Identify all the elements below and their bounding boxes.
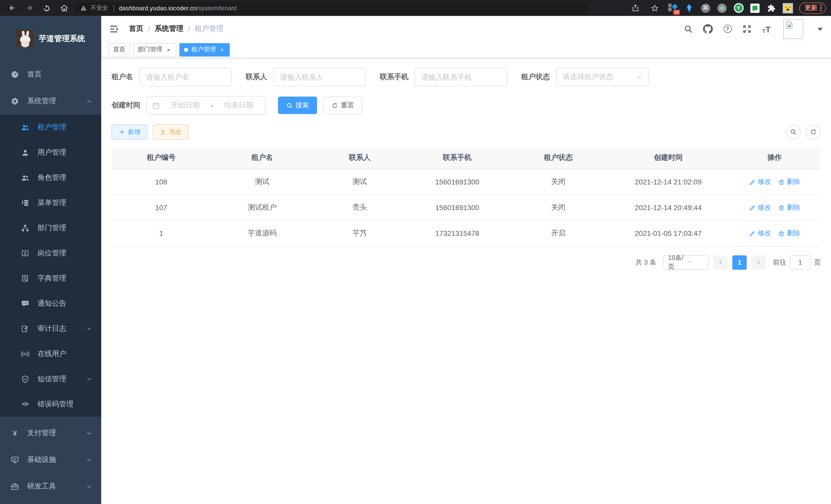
extension-command-icon[interactable]: ⌘ [700, 3, 711, 13]
top-navbar: 首页 / 系统管理 / 租户管理 ? [101, 16, 831, 41]
cell-created: 2021-12-14 21:02:09 [608, 169, 728, 195]
address-bar[interactable]: 不安全 dashboard.yudao.iocoder.cn/system/te… [74, 2, 589, 14]
profile-avatar-icon[interactable] [783, 3, 793, 13]
sidebar-item-支付管理[interactable]: ¥ 支付管理 [0, 420, 101, 446]
col-contact: 联系人 [314, 147, 406, 169]
chevron-up-icon [86, 98, 92, 105]
next-page-button[interactable] [751, 255, 766, 269]
table-row: 108 测试 测试 15601691300 关闭 2021-12-14 21:0… [112, 169, 821, 195]
tenant-table: 租户编号 租户名 联系人 联系手机 租户状态 创建时间 操作 108 测试 测试… [112, 147, 821, 246]
tag-首页[interactable]: 首页 [109, 43, 130, 56]
tenant-name-input[interactable] [139, 68, 232, 86]
tag-租户管理[interactable]: 租户管理 × [179, 43, 230, 56]
edit-link[interactable]: 修改 [749, 229, 771, 238]
breadcrumb-home[interactable]: 首页 [129, 24, 143, 33]
browser-update-button[interactable]: 更新 [799, 2, 826, 13]
goto-page-input[interactable] [790, 255, 810, 269]
delete-link[interactable]: 删除 [778, 177, 800, 186]
extension-record-icon[interactable] [717, 3, 727, 13]
help-icon[interactable]: ? [722, 24, 732, 34]
pagination: 共 3 条 10条/页 1 前往 [112, 255, 821, 269]
tenant-name-label: 租户名 [112, 72, 133, 82]
fullscreen-icon[interactable] [742, 24, 752, 34]
font-size-icon[interactable]: TT [762, 24, 771, 34]
hamburger-icon[interactable] [110, 23, 120, 34]
cell-status: 开启 [509, 220, 608, 246]
app-logo-row[interactable]: 芋道管理系统 [0, 16, 101, 61]
avatar-dropdown-caret-icon[interactable] [818, 28, 823, 33]
page-size-select[interactable]: 10条/页 [663, 255, 709, 269]
tag-部门管理[interactable]: 部门管理 × [133, 43, 176, 56]
add-button[interactable]: 新增 [112, 124, 147, 140]
chevron-down-icon [86, 325, 92, 332]
prev-page-button[interactable] [713, 255, 728, 269]
browser-forward-icon[interactable] [23, 1, 36, 14]
date-end-placeholder[interactable]: 结束日期 [218, 101, 260, 110]
sidebar-item-角色管理[interactable]: 角色管理 [0, 165, 101, 190]
cell-tenant-name: 芋道源码 [211, 220, 314, 246]
sidebar-item-岗位管理[interactable]: 岗位管理 [0, 240, 101, 266]
refresh-table-button[interactable] [806, 125, 821, 140]
sidebar-item-系统管理[interactable]: 系统管理 [0, 88, 101, 115]
sidebar-item-基础设施[interactable]: 基础设施 [0, 446, 101, 473]
extension-y-icon[interactable]: Y [733, 3, 744, 13]
sidebar-item-用户管理[interactable]: 用户管理 [0, 140, 101, 165]
github-icon[interactable] [703, 24, 713, 34]
chevron-down-icon [86, 430, 92, 437]
sidebar-item-研发工具[interactable]: 研发工具 [0, 473, 101, 500]
bookmark-star-icon[interactable] [648, 1, 661, 14]
edit-link[interactable]: 修改 [749, 203, 771, 212]
sidebar-menu: 首页 系统管理 租户管理 用户管理 角色管理 菜单管理 部门管理 岗位管理 字典… [0, 61, 101, 500]
edit-link[interactable]: 修改 [749, 177, 771, 186]
people-icon [21, 173, 29, 182]
search-icon[interactable] [684, 24, 693, 34]
browser-menu-icon[interactable] [820, 7, 822, 9]
sidebar-item-审计日志[interactable]: 审计日志 [0, 316, 101, 341]
close-icon[interactable]: × [219, 47, 225, 53]
contact-input[interactable] [274, 68, 366, 86]
broken-image-icon [785, 21, 794, 29]
reset-button[interactable]: 重置 [323, 97, 362, 114]
delete-link[interactable]: 删除 [778, 229, 800, 238]
org-icon [21, 224, 29, 232]
browser-reload-icon[interactable] [40, 1, 53, 14]
export-button[interactable]: 导出 [153, 124, 189, 140]
current-page[interactable]: 1 [732, 255, 747, 269]
avatar[interactable] [783, 19, 803, 39]
sidebar-item-菜单管理[interactable]: 菜单管理 [0, 190, 101, 215]
date-start-placeholder[interactable]: 开始日期 [164, 101, 207, 110]
mobile-label: 联系手机 [380, 72, 408, 82]
mobile-input[interactable] [415, 68, 507, 86]
toggle-search-button[interactable] [786, 125, 801, 140]
total-count: 共 3 条 [635, 258, 656, 267]
extension-tasks-icon[interactable]: 10 [667, 3, 678, 13]
users-icon [21, 123, 29, 131]
close-icon[interactable]: × [166, 47, 172, 53]
gear-icon [11, 97, 19, 105]
extensions-puzzle-icon[interactable] [766, 3, 776, 13]
cell-tenant-name: 测试租户 [211, 195, 314, 220]
sidebar-item-租户管理[interactable]: 租户管理 [0, 115, 101, 140]
breadcrumb-system[interactable]: 系统管理 [155, 24, 183, 33]
message-icon [21, 299, 29, 307]
extension-gem-icon[interactable] [684, 3, 694, 13]
sidebar-item-在线用户[interactable]: 在线用户 [0, 341, 101, 366]
sidebar-item-通知公告[interactable]: 通知公告 [0, 291, 101, 316]
sidebar-item-字典管理[interactable]: 字典管理 [0, 266, 101, 291]
browser-back-icon[interactable] [5, 1, 19, 14]
chevron-down-icon [86, 483, 92, 490]
delete-link[interactable]: 删除 [778, 203, 800, 212]
sidebar-item-首页[interactable]: 首页 [0, 61, 101, 88]
sidebar-item-错误码管理[interactable]: </> 错误码管理 [0, 391, 101, 417]
cell-mobile: 15601691300 [406, 169, 509, 195]
sidebar-item-部门管理[interactable]: 部门管理 [0, 215, 101, 240]
share-icon[interactable] [629, 1, 642, 14]
extension-chat-icon[interactable] [750, 3, 760, 13]
browser-home-icon[interactable] [58, 1, 71, 14]
dashboard-icon [11, 70, 19, 79]
status-select[interactable]: 请选择租户状态 [556, 68, 649, 86]
sidebar-item-短信管理[interactable]: 短信管理 [0, 366, 101, 391]
search-button[interactable]: 搜索 [278, 97, 317, 114]
yen-icon: ¥ [11, 429, 19, 437]
date-range-picker[interactable]: 开始日期 - 结束日期 [146, 96, 266, 115]
